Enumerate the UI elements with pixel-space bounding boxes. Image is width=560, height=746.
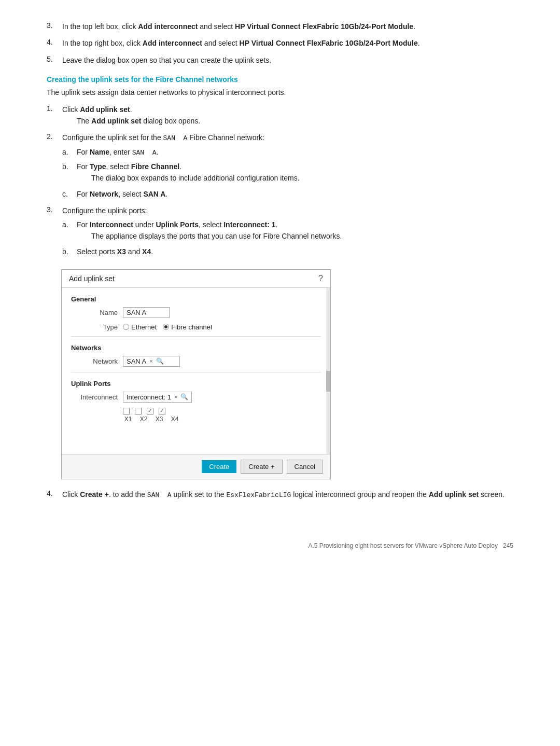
interconnect-input[interactable]: Interconnect: 1 × 🔍 — [123, 392, 192, 403]
module-name-3: HP Virtual Connect FlexFabric 10Gb/24-Po… — [235, 22, 413, 31]
networks-section-label: Networks — [71, 344, 321, 352]
label-x4: X4 — [170, 416, 180, 423]
interconnect-label: Interconnect — [90, 220, 133, 229]
sub-list-item-2b: b. For Type, select Fibre Channel. The d… — [62, 161, 513, 186]
name-field-label: Name — [71, 309, 118, 316]
network-search-icon[interactable]: 🔍 — [156, 357, 164, 365]
letter-a2: a. — [62, 219, 77, 244]
final-step-4: 4. Click Create +. to add the SAN A upli… — [47, 489, 513, 501]
fibre-channel-label: Fibre Channel — [131, 162, 179, 171]
step-num-4: 4. — [47, 37, 62, 49]
uplink-ports-section-label: Uplink Ports — [71, 380, 321, 388]
dialog-title: Add uplink set — [69, 274, 115, 283]
dialog-footer: Create Create + Cancel — [62, 454, 330, 479]
radio-fibre-label: Fibre channel — [171, 323, 212, 331]
type-field-label: Type — [71, 323, 118, 331]
checkbox-label-row: X1 X2 X3 X4 — [123, 416, 321, 423]
network-field-label: Network — [71, 357, 118, 365]
interconnect-field-label: Interconnect — [71, 393, 118, 401]
sub-content-2b: For Type, select Fibre Channel. The dial… — [77, 161, 513, 186]
step1-note: The Add uplink set dialog box opens. — [77, 115, 513, 127]
step-num-5: 5. — [47, 54, 62, 66]
letter-b: b. — [62, 161, 77, 186]
sub-list-item-2a: a. For Name, enter SAN A. — [62, 146, 513, 159]
cb-x2 — [135, 408, 142, 415]
section-heading: Creating the uplink sets for the Fibre C… — [47, 75, 513, 84]
network-field-row: Network SAN A × 🔍 — [71, 356, 321, 367]
sub-content-3b: Select ports X3 and X4. — [77, 246, 513, 257]
sub-list-item-1: 1. Click Add uplink set. The Add uplink … — [47, 104, 513, 129]
page-footer: A.5 Provisioning eight host servers for … — [47, 532, 513, 549]
sub-step-content-2: Configure the uplink set for the SAN A F… — [62, 132, 513, 202]
sub-step-content-3: Configure the uplink ports: a. For Inter… — [62, 205, 513, 260]
name-label: Name — [90, 148, 109, 156]
sub-step-num-2: 2. — [47, 132, 62, 202]
sub-content-2c: For Network, select SAN A. — [77, 188, 513, 200]
type-field-row: Type Ethernet Fibre channel — [71, 323, 321, 331]
checkbox-x3[interactable] — [147, 408, 153, 415]
label-x3: X3 — [154, 416, 164, 423]
letter-a: a. — [62, 146, 77, 159]
step-num-3: 3. — [47, 21, 62, 32]
dialog-titlebar: Add uplink set ? — [62, 270, 330, 288]
letter-b2: b. — [62, 246, 77, 257]
page-content: 3. In the top left box, click Add interc… — [47, 21, 513, 549]
list-item-5: 5. Leave the dialog box open so that you… — [47, 54, 513, 66]
dialog-scrollable[interactable]: General Name SAN A Type Ethernet — [62, 288, 330, 454]
network-input[interactable]: SAN A × 🔍 — [123, 356, 180, 367]
san-a-ref: SAN A — [147, 491, 172, 499]
create-plus-button[interactable]: Create + — [241, 460, 282, 474]
san-a-mono: SAN A — [163, 134, 188, 142]
radio-ethernet[interactable]: Ethernet — [123, 323, 157, 331]
scrollbar-track[interactable] — [326, 288, 330, 454]
sub-list-2: a. For Name, enter SAN A. b. For Type, s… — [62, 146, 513, 200]
esxflexfabriclig-ref: EsxFlexFabricLIG — [227, 491, 291, 499]
help-icon[interactable]: ? — [318, 274, 323, 283]
step3a-note: The appliance displays the ports that yo… — [91, 230, 513, 242]
sub-list-3: a. For Interconnect under Uplink Ports, … — [62, 219, 513, 258]
add-interconnect-label-3: Add interconnect — [138, 22, 198, 31]
sub-content-2a: For Name, enter SAN A. — [77, 146, 513, 159]
interconnect-search-icon[interactable]: 🔍 — [180, 393, 188, 400]
add-uplink-set-note-label: Add uplink set — [91, 117, 141, 125]
uplink-ports-label: Uplink Ports — [156, 220, 199, 229]
network-label: Network — [90, 190, 118, 198]
radio-fibre-circle[interactable] — [163, 324, 169, 330]
divider-2 — [71, 372, 321, 372]
network-value: SAN A — [127, 357, 146, 365]
sub-content-3a: For Interconnect under Uplink Ports, sel… — [77, 219, 513, 244]
sub-list-item-3: 3. Configure the uplink ports: a. For In… — [47, 205, 513, 260]
radio-fibre[interactable]: Fibre channel — [163, 323, 212, 331]
cb-x1 — [123, 408, 130, 415]
cancel-button[interactable]: Cancel — [287, 460, 323, 474]
create-button[interactable]: Create — [202, 460, 236, 473]
dialog-body: General Name SAN A Type Ethernet — [62, 288, 330, 454]
dialog-box: Add uplink set ? General Name SAN A Type — [61, 269, 331, 479]
sub-list-item-2: 2. Configure the uplink set for the SAN … — [47, 132, 513, 202]
checkbox-x2[interactable] — [135, 408, 142, 415]
x3-label: X3 — [117, 247, 126, 256]
interconnect-clear-btn[interactable]: × — [174, 394, 177, 400]
divider-1 — [71, 336, 321, 337]
list-item-4: 4. In the top right box, click Add inter… — [47, 37, 513, 49]
add-interconnect-label-4: Add interconnect — [143, 39, 202, 47]
interconnect-field-row: Interconnect Interconnect: 1 × 🔍 — [71, 392, 321, 403]
checkbox-x1[interactable] — [123, 408, 130, 415]
step-content-3: In the top left box, click Add interconn… — [62, 21, 513, 32]
scrollbar-thumb[interactable] — [326, 371, 330, 392]
final-step-content: Click Create +. to add the SAN A uplink … — [62, 489, 513, 501]
step-content-4: In the top right box, click Add intercon… — [62, 37, 513, 49]
sub-list-item-3a: a. For Interconnect under Uplink Ports, … — [62, 219, 513, 244]
san-a-value: SAN A — [132, 149, 157, 157]
add-uplink-set-ref: Add uplink set — [429, 490, 479, 499]
radio-ethernet-circle[interactable] — [123, 324, 129, 330]
step-content-5: Leave the dialog box open so that you ca… — [62, 54, 513, 66]
create-plus-ref: Create + — [80, 490, 109, 499]
sub-step-content-1: Click Add uplink set. The Add uplink set… — [62, 104, 513, 129]
checkbox-x4[interactable] — [159, 408, 165, 415]
list-item-3: 3. In the top left box, click Add interc… — [47, 21, 513, 32]
step2b-note: The dialog box expands to include additi… — [91, 172, 513, 184]
network-clear-btn[interactable]: × — [149, 358, 152, 364]
name-input[interactable]: SAN A — [123, 307, 170, 318]
label-x2: X2 — [138, 416, 149, 423]
